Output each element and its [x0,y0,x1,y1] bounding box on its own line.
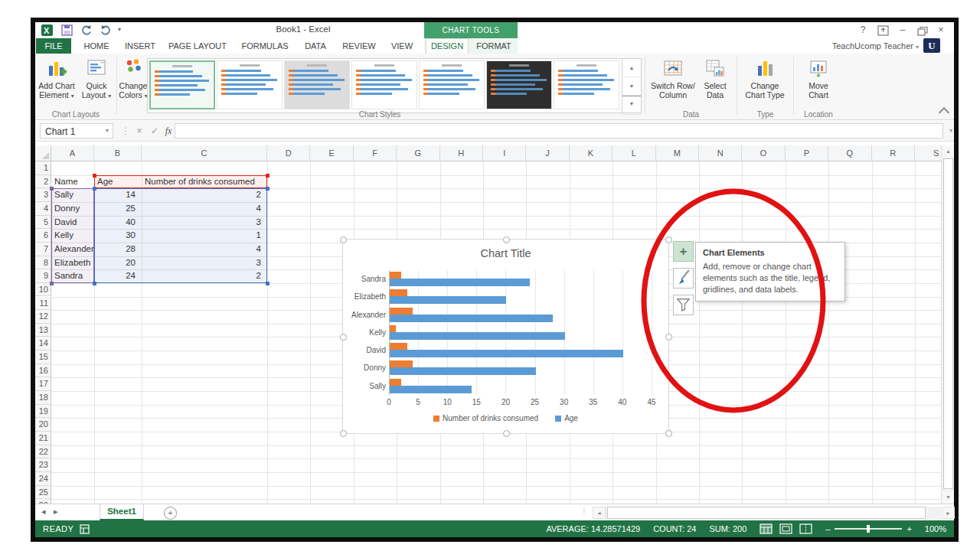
chart-selection-handle[interactable] [503,236,510,243]
chart-elements-button[interactable]: + [673,241,694,262]
row-header-23[interactable]: 23 [35,458,51,472]
column-header-B[interactable]: B [94,145,142,161]
row-header-12[interactable]: 12 [35,310,51,324]
cell-A7[interactable]: Alexander [54,243,91,256]
chart-style-thumbnail[interactable] [217,60,283,109]
chart-selection-handle[interactable] [665,236,672,243]
column-header-J[interactable]: J [526,145,569,161]
page-break-view-icon[interactable] [799,523,812,534]
column-header-O[interactable]: O [742,145,785,161]
gallery-scroll-down-button[interactable]: ▼ [622,77,641,96]
cancel-button[interactable]: × [132,123,147,139]
bar-number-of-drinks-consumed[interactable] [390,325,396,332]
chart-style-thumbnail[interactable] [486,60,552,109]
bar-number-of-drinks-consumed[interactable] [390,272,401,279]
cell-A5[interactable]: David [54,216,91,230]
save-icon[interactable] [60,24,74,37]
zoom-slider-thumb[interactable] [867,525,870,533]
bar-age[interactable] [390,296,506,304]
bar-number-of-drinks-consumed[interactable] [390,289,407,296]
tab-insert[interactable]: INSERT [121,38,159,54]
cell-B9[interactable]: 24 [94,269,136,283]
undo-icon[interactable] [80,24,93,37]
chart-styles-button[interactable] [673,268,694,289]
restore-button[interactable] [916,25,929,38]
cell-C3[interactable]: 2 [142,188,261,202]
horizontal-scrollbar-thumb[interactable] [607,507,926,519]
chart-legend[interactable]: Number of drinks consumedAge [343,414,668,422]
bar-number-of-drinks-consumed[interactable] [390,360,413,367]
range-handle[interactable] [266,187,270,191]
row-header-15[interactable]: 15 [35,350,51,364]
cell-C7[interactable]: 4 [142,243,261,256]
range-handle[interactable] [266,174,270,178]
cell-C2[interactable]: Number of drinks consumed [145,175,264,189]
cell-B2[interactable]: Age [97,175,139,189]
row-header-4[interactable]: 4 [35,202,51,216]
row-header-10[interactable]: 10 [35,283,51,297]
row-header-6[interactable]: 6 [35,229,51,243]
cell-C4[interactable]: 4 [142,202,261,216]
row-header-9[interactable]: 9 [35,269,51,283]
bar-age[interactable] [390,350,623,357]
move-chart-button[interactable]: Move Chart [798,56,839,109]
column-header-I[interactable]: I [483,145,526,161]
chart-selection-handle[interactable] [340,236,347,243]
range-handle[interactable] [50,282,54,285]
sheet-tab-sheet1[interactable]: Sheet1 [100,504,144,520]
cell-B3[interactable]: 14 [94,188,136,202]
row-header-25[interactable]: 25 [35,486,51,500]
chart-selection-handle[interactable] [665,430,672,437]
change-chart-type-button[interactable]: Change Chart Type [741,56,789,109]
page-layout-view-icon[interactable] [779,523,792,534]
row-header-11[interactable]: 11 [35,297,51,311]
enter-button[interactable]: ✓ [147,123,162,139]
select-data-button[interactable]: Select Data [698,56,732,109]
ribbon-display-options-icon[interactable] [877,24,890,37]
chart-title[interactable]: Chart Title [343,247,668,259]
account-logo[interactable]: U [923,38,940,53]
tab-view[interactable]: VIEW [386,38,418,54]
collapse-ribbon-button[interactable] [939,107,949,118]
column-header-R[interactable]: R [872,145,915,161]
cell-A4[interactable]: Donny [54,202,91,216]
select-all-corner[interactable] [35,145,51,161]
column-header-L[interactable]: L [612,145,655,161]
bar-age[interactable] [390,332,565,340]
formula-input[interactable] [175,123,943,139]
switch-row-column-button[interactable]: Switch Row/ Column [649,56,697,109]
vertical-scrollbar[interactable]: ▲ ▼ [941,145,954,504]
zoom-in-button[interactable]: + [906,524,911,533]
column-header-P[interactable]: P [786,145,828,161]
tab-page-layout[interactable]: PAGE LAYOUT [165,38,230,54]
row-header-3[interactable]: 3 [35,188,51,202]
row-header-16[interactable]: 16 [35,364,51,378]
tab-home[interactable]: HOME [77,38,116,54]
cell-A3[interactable]: Sally [54,188,91,202]
tab-review[interactable]: REVIEW [338,38,381,54]
normal-view-icon[interactable] [760,523,773,534]
quick-layout-button[interactable]: Quick Layout ▾ [78,56,115,109]
embedded-chart[interactable]: Chart Title 051015202530354045SandraEliz… [342,239,669,434]
add-chart-element-button[interactable]: Add Chart Element ▾ [37,56,77,109]
scroll-left-button[interactable]: ◄ [593,507,606,519]
vertical-scrollbar-thumb[interactable] [943,158,953,489]
chart-style-thumbnail[interactable] [351,60,417,109]
chart-style-thumbnail[interactable] [149,60,215,109]
column-header-N[interactable]: N [699,145,742,161]
gallery-scroll-up-button[interactable]: ▲ [622,59,641,77]
bar-number-of-drinks-consumed[interactable] [390,308,413,315]
range-handle[interactable] [93,174,96,178]
name-box-caret-icon[interactable]: ▾ [101,123,113,139]
column-header-C[interactable]: C [142,145,267,161]
row-header-18[interactable]: 18 [35,391,51,405]
tab-splitter-icon[interactable]: ⋮ [580,507,588,515]
row-header-7[interactable]: 7 [35,243,51,256]
chart-style-thumbnail[interactable] [284,60,350,109]
cell-B4[interactable]: 25 [94,202,136,216]
column-header-G[interactable]: G [397,145,439,161]
row-header-5[interactable]: 5 [35,216,51,230]
bar-age[interactable] [390,315,553,322]
chart-style-thumbnail[interactable] [419,60,485,109]
cell-A8[interactable]: Elizabeth [54,256,91,270]
